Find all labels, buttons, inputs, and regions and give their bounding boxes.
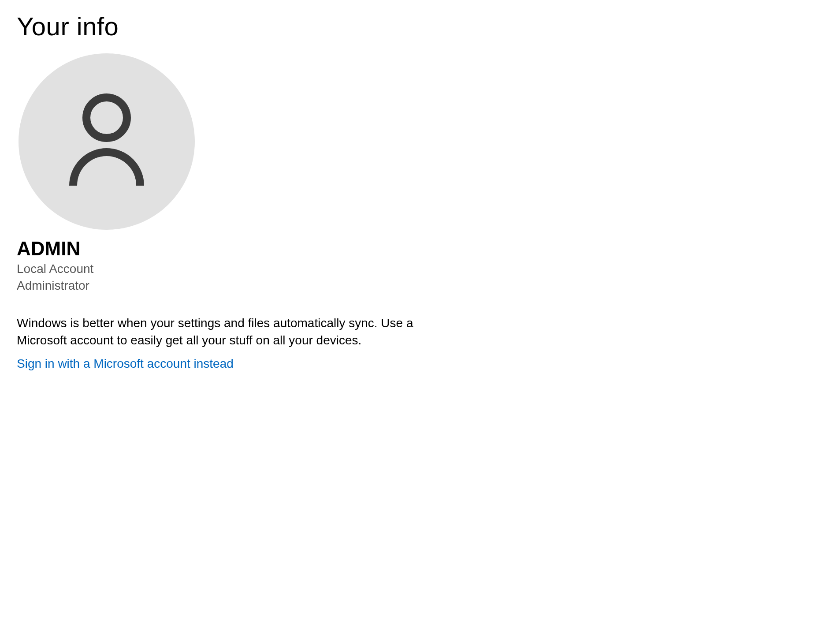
sync-description: Windows is better when your settings and… <box>17 314 457 349</box>
account-role: Administrator <box>17 277 823 294</box>
avatar <box>19 53 195 230</box>
person-icon <box>63 93 151 190</box>
page-title: Your info <box>17 11 823 41</box>
account-name: ADMIN <box>17 238 823 260</box>
account-type: Local Account <box>17 261 823 277</box>
signin-microsoft-link[interactable]: Sign in with a Microsoft account instead <box>17 357 234 371</box>
svg-point-0 <box>86 97 127 138</box>
